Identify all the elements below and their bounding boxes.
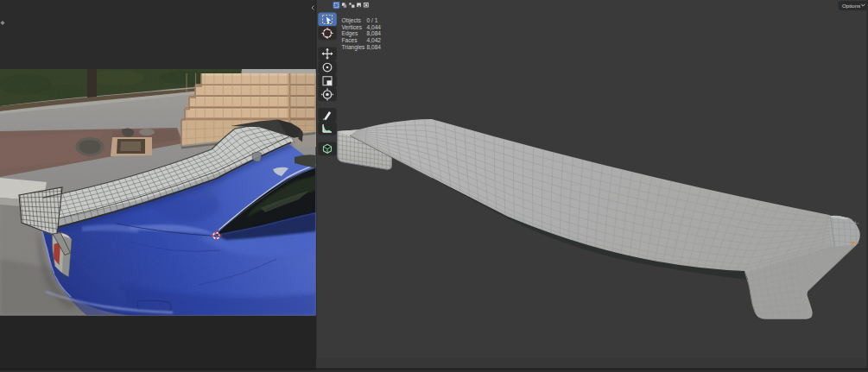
svg-text:4,042: 4,042 [367, 37, 382, 43]
svg-text:8,084: 8,084 [367, 44, 382, 50]
svg-text:0 / 1: 0 / 1 [367, 17, 378, 23]
svg-text:Faces: Faces [342, 37, 358, 43]
svg-text:Triangles: Triangles [342, 44, 366, 51]
svg-text:Options: Options [842, 3, 860, 9]
svg-text:4,044: 4,044 [367, 24, 382, 30]
svg-text:8,084: 8,084 [367, 30, 382, 36]
svg-text:Vertices: Vertices [342, 24, 363, 30]
